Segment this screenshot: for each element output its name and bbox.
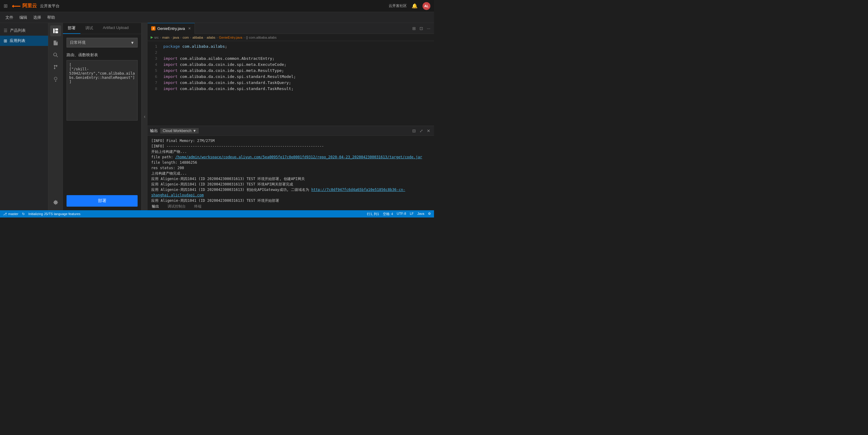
avatar[interactable]: AL [423, 2, 430, 10]
line-num-8: 8 [148, 86, 157, 92]
line-num-6: 6 [148, 74, 157, 80]
env-select-value: 日常环境 [70, 40, 86, 45]
code-line-6: import com.alibaba.da.coin.ide.spi.stand… [163, 74, 430, 80]
code-editor[interactable]: 1 2 3 4 5 6 7 8 package com.alibaba.aila… [148, 41, 434, 126]
output-dropdown[interactable]: Cloud Workbench ▼ [160, 128, 199, 134]
code-line-8: import com.alibaba.da.coin.ide.spi.stand… [163, 86, 430, 92]
chevron-down-icon: ▼ [130, 40, 134, 45]
line-num-3: 3 [148, 56, 157, 62]
output-line-2: [INFO] ---------------------------------… [151, 143, 430, 149]
output-line-10: 应用 Aligenie-周四1041 (ID 2020042300031613)… [151, 187, 430, 198]
svg-rect-0 [53, 28, 55, 33]
panel-tab-output[interactable]: 输出 [148, 203, 163, 210]
language[interactable]: Java [417, 212, 424, 216]
status-git[interactable]: ⎇ master [3, 212, 19, 216]
line-numbers: 1 2 3 4 5 6 7 8 [148, 41, 160, 126]
code-line-2 [163, 49, 430, 56]
svg-point-6 [54, 68, 55, 69]
svg-line-4 [56, 56, 58, 57]
collapse-sidebar-button[interactable]: ‹ [142, 23, 148, 210]
git-branch-icon: ⎇ [3, 212, 7, 216]
nav-item-apps[interactable]: ⊞ 应用列表 [0, 36, 48, 46]
route-textarea[interactable]: [\n[\"/skill-53942/entry\",\"com.alibaba… [66, 60, 137, 121]
bell-icon[interactable]: 🔔 [412, 3, 418, 9]
nav-item-products[interactable]: ☰ 产品列表 [0, 25, 48, 36]
env-select-wrapper: 日常环境 ▼ [66, 38, 137, 47]
minimize-output-icon[interactable]: ⊟ [411, 128, 417, 134]
line-num-7: 7 [148, 80, 157, 86]
breadcrumb-main[interactable]: main [162, 36, 169, 39]
tab-debug[interactable]: 调试 [81, 23, 98, 34]
file-path-link[interactable]: /home/admin/workspace/codeup.aliyun.com/… [175, 155, 422, 159]
tab-deploy[interactable]: 部署 [63, 23, 81, 34]
row-col[interactable]: 行1, 列1 [367, 212, 379, 216]
code-line-4: import com.alibaba.da.coin.ide.spi.meta.… [163, 62, 430, 68]
breadcrumb-com[interactable]: com [183, 36, 189, 39]
sidebar-git[interactable] [50, 62, 61, 72]
topbar-left: ⊞ ⟵ 阿里云 云开发平台 [4, 2, 60, 10]
settings-icon[interactable]: ⚙ [428, 212, 431, 216]
sync-icon[interactable]: ↻ [22, 212, 25, 216]
platform-title: 云开发平台 [40, 3, 60, 9]
output-actions: ⊟ ⤢ ✕ [411, 128, 432, 134]
community-link[interactable]: 云开发社区 [389, 3, 407, 8]
breadcrumb-symbol[interactable]: {} com.alibaba.ailabs [246, 36, 277, 39]
more-actions-icon[interactable]: ··· [426, 25, 432, 31]
left-nav: ☰ 产品列表 ⊞ 应用列表 [0, 23, 49, 210]
line-endings[interactable]: LF [410, 212, 414, 216]
route-label: 路由、函数映射表 [66, 52, 137, 58]
bc-sep-1: › [160, 36, 161, 39]
menu-help[interactable]: 帮助 [44, 13, 58, 22]
env-select[interactable]: 日常环境 ▼ [66, 38, 137, 47]
output-tabs: 输出 Cloud Workbench ▼ ⊟ ⤢ ✕ [148, 126, 434, 136]
menu-select[interactable]: 选择 [30, 13, 44, 22]
spaces[interactable]: 空格: 4 [383, 212, 393, 216]
apps-icon: ⊞ [4, 38, 7, 43]
close-output-icon[interactable]: ✕ [426, 128, 432, 134]
menu-file[interactable]: 文件 [2, 13, 16, 22]
split-editor-icon[interactable]: ⊞ [411, 25, 417, 31]
output-line-5: file length: 14886256 [151, 160, 430, 165]
line-num-2: 2 [148, 49, 157, 56]
grid-icon[interactable]: ⊞ [4, 3, 7, 9]
editor-tab-genieentry[interactable]: J GenieEntry.java ✕ [148, 23, 195, 34]
editor-tab-label: GenieEntry.java [157, 26, 185, 31]
output-panel: 输出 Cloud Workbench ▼ ⊟ ⤢ ✕ [INFO] Final … [148, 126, 434, 210]
bc-sep-6: › [217, 36, 218, 39]
sidebar-search[interactable] [50, 49, 61, 60]
sidebar-debug[interactable] [50, 74, 61, 85]
panel-tab-terminal[interactable]: 终端 [190, 203, 206, 210]
breadcrumb-src[interactable]: src [154, 36, 159, 39]
output-line-9: 应用 Aligenie-周四1041 (ID 2020042300031613)… [151, 181, 430, 187]
output-content[interactable]: [INFO] Final Memory: 27M/275M [INFO] ---… [148, 136, 434, 203]
sidebar-settings[interactable] [50, 197, 61, 208]
bc-sep-7: › [244, 36, 245, 39]
deploy-panel: 部署 调试 Artifact Upload 日常环境 ▼ 路由、函数映射表 [\… [63, 23, 142, 210]
breadcrumb-alibaba[interactable]: alibaba [192, 36, 203, 39]
encoding[interactable]: UTF-8 [397, 212, 406, 216]
toggle-sidebar-icon[interactable]: ⊡ [418, 25, 424, 31]
code-line-5: import com.alibaba.da.coin.ide.spi.meta.… [163, 68, 430, 74]
svg-rect-1 [55, 28, 58, 31]
maximize-output-icon[interactable]: ⤢ [418, 128, 424, 134]
output-panel-tabs: 输出 调试控制台 终端 [148, 203, 434, 210]
output-dropdown-label: Cloud Workbench [163, 129, 191, 133]
output-line-7: 上传构建产物完成... [151, 171, 430, 176]
deploy-button[interactable]: 部署 [66, 195, 137, 207]
gateway-link-1[interactable]: http://7c0df947fc6d4a65bfa10e51856c8b36-… [151, 188, 405, 197]
editor-area: J GenieEntry.java ✕ ⊞ ⊡ ··· ▶ src › main… [148, 23, 434, 210]
panel-tab-debug-console[interactable]: 调试控制台 [163, 203, 190, 210]
sidebar-file[interactable] [50, 37, 61, 48]
close-tab-icon[interactable]: ✕ [188, 27, 191, 31]
breadcrumb-ailabs[interactable]: ailabs [207, 36, 215, 39]
bc-sep-5: › [205, 36, 206, 39]
sidebar-explorer[interactable] [50, 25, 61, 36]
svg-point-9 [55, 81, 56, 81]
breadcrumb-java[interactable]: java [173, 36, 179, 39]
output-tab-label[interactable]: 输出 [150, 128, 158, 134]
bc-sep-4: › [190, 36, 191, 39]
tab-artifact[interactable]: Artifact Upload [98, 23, 133, 34]
code-content[interactable]: package com.alibaba.ailabs; import com.a… [160, 41, 434, 126]
menu-edit[interactable]: 编辑 [16, 13, 30, 22]
breadcrumb-file[interactable]: GenieEntry.java [219, 36, 242, 39]
